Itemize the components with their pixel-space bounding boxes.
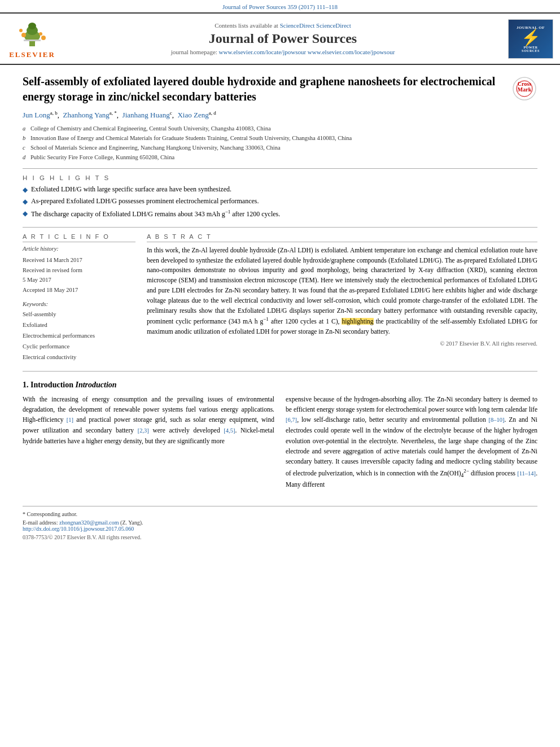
keyword-3: Electrochemical performances	[23, 331, 135, 342]
highlight-item-2: ◆ As-prepared Exfoliated LDH/G possesses…	[23, 196, 537, 207]
email-line: E-mail address: zhongnan320@gmail.com (Z…	[23, 519, 537, 526]
elsevier-logo: ELSEVIER	[7, 18, 58, 59]
keywords-label: Keywords:	[23, 301, 135, 307]
copyright-line: © 2017 Elsevier B.V. All rights reserved…	[147, 340, 537, 347]
journal-name: Journal of Power Sources	[64, 31, 501, 46]
doi-line: http://dx.doi.org/10.1016/j.jpowsour.201…	[23, 526, 537, 532]
svg-rect-4	[24, 40, 41, 41]
intro-right-col: expensive because of the hydrogen-absorb…	[286, 394, 537, 495]
highlights-label: H I G H L I G H T S	[23, 174, 537, 181]
elsevier-label: ELSEVIER	[9, 50, 55, 59]
bullet-icon-3: ◆	[23, 209, 28, 219]
keyword-4: Cyclic performance	[23, 342, 135, 352]
affil-d: d Public Security Fire Force College, Ku…	[23, 153, 537, 162]
article-title: Self-assembly of exfoliated layered doub…	[23, 74, 505, 104]
corresponding-author-note: * Corresponding author.	[23, 511, 537, 517]
author-4: Xiao Zenga, d	[177, 111, 216, 119]
keyword-1: Self-assembly	[23, 309, 135, 320]
crossmark-icon: Cross Mark	[512, 76, 537, 102]
elsevier-tree-icon	[12, 18, 52, 49]
article-history-label: Article history:	[23, 246, 135, 252]
homepage-line: journal homepage: www.elsevier.com/locat…	[64, 49, 501, 55]
svg-point-6	[39, 32, 42, 36]
abstract-heading: A B S T R A C T	[147, 233, 537, 242]
citation-text: Journal of Power Sources 359 (2017) 111–…	[222, 3, 338, 10]
power-sources-logo-icon: JOURNAL OF ⚡ POWERSOURCES	[508, 19, 553, 59]
svg-point-5	[21, 33, 26, 37]
article-dates: Received 14 March 2017 Received in revis…	[23, 255, 135, 295]
introduction-body: With the increasing of energy consumptio…	[23, 394, 537, 495]
intro-left-para: With the increasing of energy consumptio…	[23, 394, 274, 447]
highlight-item-1: ◆ Exfoliated LDH/G with large specific s…	[23, 185, 537, 195]
divider-2	[23, 227, 537, 228]
author-3: Jianhang Huangc,	[123, 111, 178, 119]
accepted-date: Accepted 18 May 2017	[23, 285, 135, 295]
revised-date: Received in revised form 5 May 2017	[23, 265, 135, 286]
bullet-icon-2: ◆	[23, 197, 28, 207]
divider-3	[23, 371, 537, 372]
received-date: Received 14 March 2017	[23, 255, 135, 265]
doi-link[interactable]: http://dx.doi.org/10.1016/j.jpowsour.201…	[23, 526, 134, 532]
author-2: Zhanhong Yanga, *,	[63, 111, 123, 119]
keywords-list: Self-assembly Exfoliated Electrochemical…	[23, 309, 135, 362]
bullet-icon-1: ◆	[23, 185, 28, 195]
affil-b: b Innovation Base of Energy and Chemical…	[23, 134, 537, 143]
introduction-section: 1. Introduction Introduction With the in…	[23, 381, 537, 495]
keyword-2: Exfoliated	[23, 320, 135, 331]
main-content: Self-assembly of exfoliated layered doub…	[0, 65, 560, 549]
journal-header: ELSEVIER Contents lists available at Sci…	[0, 12, 560, 65]
affil-a: a College of Chemistry and Chemical Engi…	[23, 124, 537, 133]
homepage-link-text: www.elsevier.com/locate/jpowsour	[308, 49, 395, 55]
author-1: Jun Longa, b,	[23, 111, 63, 119]
keyword-5: Electrical conductivity	[23, 352, 135, 363]
section-title: 1. Introduction Introduction	[23, 381, 537, 390]
journal-citation: Journal of Power Sources 359 (2017) 111–…	[0, 0, 560, 12]
journal-title-block: Contents lists available at ScienceDirec…	[64, 22, 501, 55]
highlights-section: H I G H L I G H T S ◆ Exfoliated LDH/G w…	[23, 174, 537, 219]
footer-section: * Corresponding author. E-mail address: …	[23, 506, 537, 540]
abstract-text: In this work, the Zn-Al layered double h…	[147, 246, 537, 337]
sciencedirect-link-text: ScienceDirect	[316, 22, 351, 29]
authors-line: Jun Longa, b, Zhanhong Yanga, *, Jianhan…	[23, 110, 537, 120]
highlighting-text: highlighting	[342, 318, 373, 325]
intro-left-col: With the increasing of energy consumptio…	[23, 394, 274, 495]
svg-point-7	[19, 29, 23, 32]
article-title-section: Self-assembly of exfoliated layered doub…	[23, 74, 537, 104]
divider-1	[23, 168, 537, 169]
svg-point-3	[28, 23, 36, 29]
article-info-heading: A R T I C L E I N F O	[23, 233, 135, 242]
svg-text:Mark: Mark	[518, 86, 532, 93]
abstract-column: A B S T R A C T In this work, the Zn-Al …	[147, 233, 537, 363]
author-email[interactable]: zhongnan320@gmail.com	[59, 519, 119, 526]
article-info-abstract-section: A R T I C L E I N F O Article history: R…	[23, 233, 537, 363]
affiliations: a College of Chemistry and Chemical Engi…	[23, 124, 537, 161]
sciencedirect-line: Contents lists available at ScienceDirec…	[64, 22, 501, 29]
affil-c: c School of Materials Science and Engine…	[23, 143, 537, 152]
svg-point-8	[41, 36, 46, 40]
intro-right-para: expensive because of the hydrogen-absorb…	[286, 394, 537, 490]
highlight-item-3: ◆ The discharge capacity of Exfoliated L…	[23, 208, 537, 219]
article-info-column: A R T I C L E I N F O Article history: R…	[23, 233, 135, 363]
issn-line: 0378-7753/© 2017 Elsevier B.V. All right…	[23, 534, 537, 540]
